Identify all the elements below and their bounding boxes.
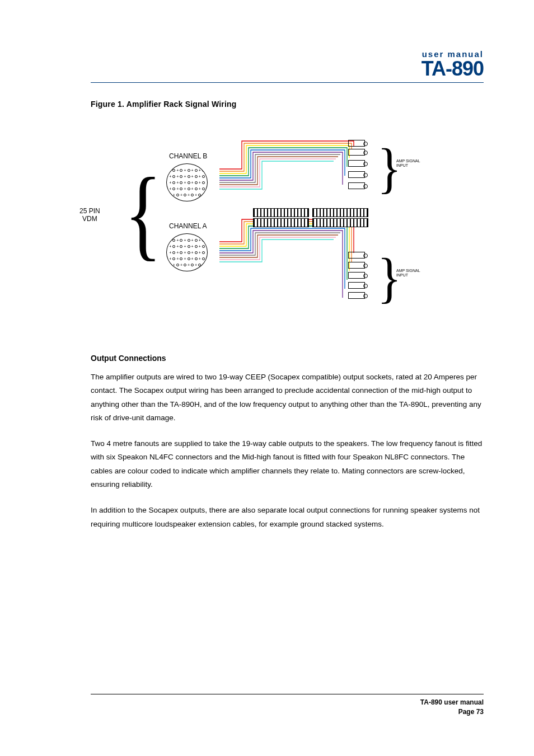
- amp-input-a2: [348, 262, 365, 269]
- amp-signal-input-top: AMP SIGNAL INPUT: [396, 159, 420, 167]
- paragraph-2: Two 4 metre fanouts are supplied to take…: [91, 437, 484, 491]
- connector-channel-a: ++++ +++++ ++++++ +++++ ++++: [166, 233, 208, 271]
- paragraph-3: In addition to the Socapex outputs, ther…: [91, 504, 484, 531]
- label-vdm: VDM: [82, 215, 97, 223]
- amp-input-a3: [348, 272, 365, 279]
- patch-block-1: [253, 208, 309, 217]
- brace-left-icon: {: [124, 163, 162, 265]
- patch-block-2: [312, 208, 368, 217]
- amp-input-b3: [348, 160, 365, 167]
- amp-input-b5: [348, 182, 365, 189]
- page-header: user manual TA-890: [91, 49, 484, 83]
- page-footer: TA-890 user manual Page 73: [91, 694, 484, 717]
- paragraph-1: The amplifier outputs are wired to two 1…: [91, 370, 484, 425]
- label-channel-b: CHANNEL B: [169, 152, 207, 160]
- connector-channel-b: ++++ +++++ ++++++ +++++ ++++: [166, 163, 208, 201]
- amp-sig-b-l2: INPUT: [396, 273, 408, 277]
- footer-line1: TA-890 user manual: [91, 698, 484, 707]
- section-heading-output-connections: Output Connections: [91, 354, 484, 363]
- footer-page-number: Page 73: [91, 707, 484, 717]
- amp-sig-l1: AMP SIGNAL: [396, 159, 420, 163]
- figure-caption: Figure 1. Amplifier Rack Signal Wiring: [91, 100, 484, 109]
- amp-sig-b-l1: AMP SIGNAL: [396, 269, 420, 273]
- header-model: TA-890: [91, 59, 484, 79]
- label-25pin: 25 PIN: [79, 207, 100, 215]
- amp-input-a1: [348, 252, 365, 259]
- amp-input-b2: [348, 149, 365, 156]
- label-channel-a: CHANNEL A: [169, 222, 207, 230]
- label-25pin-vdm: 25 PIN VDM: [79, 207, 100, 223]
- amp-input-a4: [348, 282, 365, 289]
- amp-sig-l2: INPUT: [396, 163, 408, 167]
- brace-right-top-icon: }: [377, 141, 401, 196]
- wiring-diagram: 25 PIN VDM { CHANNEL B ++++ +++++ ++++++…: [85, 119, 477, 320]
- amp-input-b4: [348, 171, 365, 178]
- patch-block-2b: [312, 218, 368, 227]
- amp-input-b1: [348, 140, 365, 147]
- patch-block-1b: [253, 218, 309, 227]
- brace-right-bottom-icon: }: [377, 251, 401, 306]
- amp-input-a5: [348, 292, 365, 299]
- amp-signal-input-bottom: AMP SIGNAL INPUT: [396, 269, 420, 277]
